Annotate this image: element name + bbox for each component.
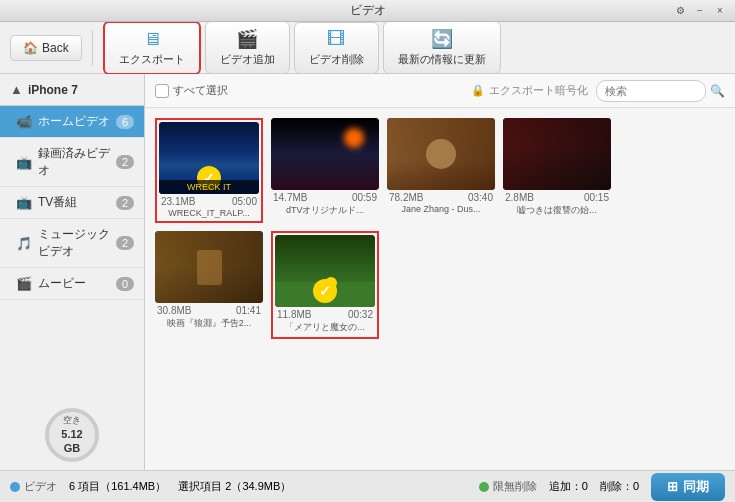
video-duration-dtv: 00:59 — [352, 192, 377, 203]
thumb-overlay — [155, 231, 263, 303]
sync-icon: ⊞ — [667, 479, 678, 494]
sidebar-item-tv[interactable]: 📺 TV番組 2 — [0, 187, 144, 219]
search-icon[interactable]: 🔍 — [710, 84, 725, 98]
sidebar: ▲ iPhone 7 📹 ホームビデオ 6 📺 録画済みビデオ 2 📺 TV番組… — [0, 74, 145, 470]
encrypt-area: 🔒 エクスポート暗号化 — [471, 83, 588, 98]
sidebar-item-music-video[interactable]: 🎵 ミュージックビデオ 2 — [0, 219, 144, 268]
limit-delete-item: 限無削除 — [479, 479, 537, 494]
sidebar-label-home-video: ホームビデオ — [38, 113, 110, 130]
video-status-label: ビデオ — [24, 479, 57, 494]
storage-info: 空き 5.12 GB — [61, 415, 82, 455]
export-icon: 🖥 — [143, 29, 161, 50]
storage-label: 空き — [61, 415, 82, 427]
add-video-button[interactable]: 🎬 ビデオ追加 — [205, 21, 290, 74]
total-items: 6 項目（161.4MB） — [69, 479, 166, 494]
search-area: 🔍 — [596, 80, 725, 102]
video-thumb-eiga — [155, 231, 263, 303]
video-card-wreck[interactable]: ✓ WRECK IT 23.1MB 05:00 WRECK_IT_RALP... — [155, 118, 263, 223]
window-controls: ⚙ − × — [673, 4, 727, 18]
video-title-bar: WRECK IT — [159, 180, 259, 194]
delete-video-label: ビデオ削除 — [309, 52, 364, 67]
sidebar-count-music-video: 2 — [116, 236, 134, 250]
close-button[interactable]: × — [713, 4, 727, 18]
video-thumb-dtv — [271, 118, 379, 190]
video-card-kurai[interactable]: 2.8MB 00:15 嘘つきは復讐の始... — [503, 118, 611, 223]
toolbar: 🏠 Back 🖥 エクスポート 🎬 ビデオ追加 🎞 ビデオ削除 🔄 最新の情報に… — [0, 22, 735, 74]
video-title-eiga: 映画『狼淵』予告2... — [155, 316, 263, 331]
storage-circle: 空き 5.12 GB — [45, 408, 99, 462]
video-duration-kurai: 00:15 — [584, 192, 609, 203]
figure-placeholder — [197, 250, 222, 285]
add-video-icon: 🎬 — [236, 28, 258, 50]
device-label: iPhone 7 — [28, 83, 78, 97]
video-info-wreck: 23.1MB 05:00 — [159, 194, 259, 207]
video-duration-mary: 00:32 — [348, 309, 373, 320]
thumb-scene — [271, 118, 379, 190]
video-card-jane[interactable]: 78.2MB 03:40 Jane Zhang - Dus... — [387, 118, 495, 223]
sidebar-icon-music-video: 🎵 — [16, 236, 32, 251]
refresh-button[interactable]: 🔄 最新の情報に更新 — [383, 21, 501, 74]
lock-icon: 🔒 — [471, 84, 485, 97]
sidebar-item-home-video[interactable]: 📹 ホームビデオ 6 — [0, 106, 144, 138]
sidebar-item-movie[interactable]: 🎬 ムービー 0 — [0, 268, 144, 300]
sync-label: 同期 — [683, 478, 709, 496]
sidebar-items: 📹 ホームビデオ 6 📺 録画済みビデオ 2 📺 TV番組 2 🎵 ミュージック… — [0, 106, 144, 300]
sidebar-label-movie: ムービー — [38, 275, 110, 292]
body-area: ▲ iPhone 7 📹 ホームビデオ 6 📺 録画済みビデオ 2 📺 TV番組… — [0, 74, 735, 470]
thumb-overlay — [387, 118, 495, 190]
video-size-eiga: 30.8MB — [157, 305, 191, 316]
app-container: 🏠 Back 🖥 エクスポート 🎬 ビデオ追加 🎞 ビデオ削除 🔄 最新の情報に… — [0, 22, 735, 502]
video-grid: ✓ WRECK IT 23.1MB 05:00 WRECK_IT_RALP...… — [145, 108, 735, 470]
video-label-item: ビデオ — [10, 479, 57, 494]
dtv-light — [344, 128, 364, 148]
video-thumb-jane — [387, 118, 495, 190]
export-label: エクスポート — [119, 52, 185, 67]
check-overlay: ✓ — [313, 279, 337, 303]
storage-area: 空き 5.12 GB — [0, 400, 144, 470]
status-bar: ビデオ 6 項目（161.4MB） 選択項目 2（34.9MB） 限無削除 追加… — [0, 470, 735, 502]
device-name: ▲ iPhone 7 — [0, 74, 144, 106]
video-card-mary[interactable]: ✓ 11.8MB 00:32 「メアリと魔女の... — [271, 231, 379, 339]
video-duration-eiga: 01:41 — [236, 305, 261, 316]
search-input[interactable] — [596, 80, 706, 102]
select-all[interactable]: すべて選択 — [155, 83, 228, 98]
video-card-eiga[interactable]: 30.8MB 01:41 映画『狼淵』予告2... — [155, 231, 263, 339]
delete-video-button[interactable]: 🎞 ビデオ削除 — [294, 22, 379, 74]
face-placeholder — [426, 139, 456, 169]
select-all-label: すべて選択 — [173, 83, 228, 98]
sync-button[interactable]: ⊞ 同期 — [651, 473, 725, 501]
sidebar-label-tv: TV番組 — [38, 194, 110, 211]
export-button[interactable]: 🖥 エクスポート — [103, 21, 201, 75]
add-label: 追加：0 — [549, 479, 588, 494]
video-title-kurai: 嘘つきは復讐の始... — [503, 203, 611, 218]
limit-delete-label: 限無削除 — [493, 479, 537, 494]
video-size-jane: 78.2MB — [389, 192, 423, 203]
sidebar-item-recorded[interactable]: 📺 録画済みビデオ 2 — [0, 138, 144, 187]
video-info-eiga: 30.8MB 01:41 — [155, 303, 263, 316]
video-info-jane: 78.2MB 03:40 — [387, 190, 495, 203]
limit-delete-dot — [479, 482, 489, 492]
select-all-checkbox[interactable] — [155, 84, 169, 98]
sidebar-count-movie: 0 — [116, 277, 134, 291]
main-content: すべて選択 🔒 エクスポート暗号化 🔍 ✓ WRECK IT 2 — [145, 74, 735, 470]
sidebar-count-home-video: 6 — [116, 115, 134, 129]
back-button[interactable]: 🏠 Back — [10, 35, 82, 61]
video-card-dtv[interactable]: 14.7MB 00:59 dTVオリジナルド... — [271, 118, 379, 223]
delete-label: 削除：0 — [600, 479, 639, 494]
window-title: ビデオ — [350, 2, 386, 19]
video-thumb-wreck: ✓ WRECK IT — [159, 122, 259, 194]
sidebar-label-music-video: ミュージックビデオ — [38, 226, 110, 260]
video-title-jane: Jane Zhang - Dus... — [387, 203, 495, 215]
sub-toolbar: すべて選択 🔒 エクスポート暗号化 🔍 — [145, 74, 735, 108]
video-title-dtv: dTVオリジナルド... — [271, 203, 379, 218]
video-title-wreck: WRECK_IT_RALP... — [159, 207, 259, 219]
sidebar-label-recorded: 録画済みビデオ — [38, 145, 110, 179]
encrypt-label: エクスポート暗号化 — [489, 83, 588, 98]
delete-video-icon: 🎞 — [327, 29, 345, 50]
minimize-button[interactable]: − — [693, 4, 707, 18]
settings-button[interactable]: ⚙ — [673, 4, 687, 18]
refresh-icon: 🔄 — [431, 28, 453, 50]
video-title-mary: 「メアリと魔女の... — [275, 320, 375, 335]
video-thumb-mary: ✓ — [275, 235, 375, 307]
refresh-label: 最新の情報に更新 — [398, 52, 486, 67]
